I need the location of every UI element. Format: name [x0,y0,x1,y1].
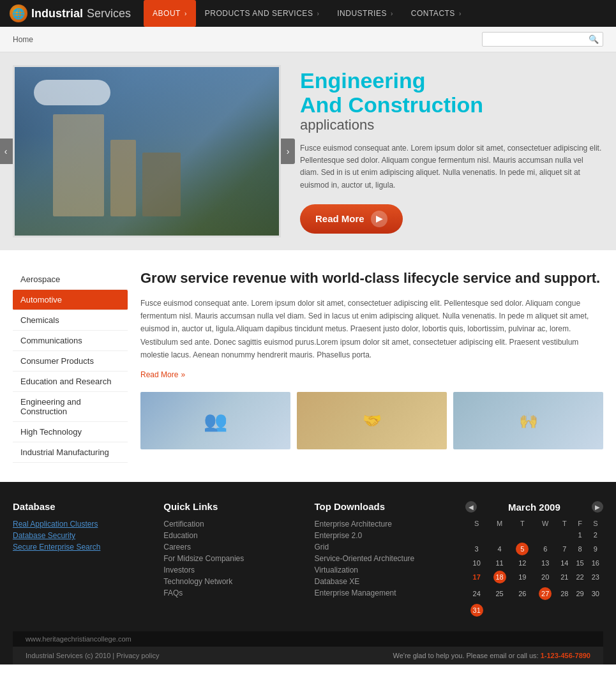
nav-industries[interactable]: INDUSTRIES › [328,0,402,27]
footer-dl-3[interactable]: Grid [315,543,453,552]
search-box: 🔍 [482,32,603,47]
footer-db-link-2[interactable]: Database Security [13,531,151,540]
calendar-day[interactable]: 19 [511,569,534,585]
calendar-day[interactable]: 25 [488,585,511,602]
calendar-day[interactable]: 17 [465,569,488,585]
slider-prev-button[interactable]: ‹ [0,139,13,164]
calendar-day[interactable]: 21 [557,569,572,585]
footer: Database Real Application Clusters Datab… [0,482,616,664]
footer-ql-4[interactable]: For Midsize Companies [163,554,301,563]
calendar-header: ◀ March 2009 ▶ [465,501,603,513]
cal-day-t1: T [511,518,534,529]
calendar-day[interactable]: 31 [465,602,488,619]
calendar-day [511,529,534,541]
footer-ql-2[interactable]: Education [163,531,301,540]
calendar-day[interactable]: 5 [511,541,534,557]
calendar-day[interactable]: 12 [511,557,534,569]
content-image-2 [297,392,447,449]
content-images [140,392,603,449]
cal-day-m: M [488,518,511,529]
footer-help-text: We're glad to help you. Please email or … [393,652,591,659]
calendar-day[interactable]: 20 [534,569,557,585]
calendar-day[interactable]: 11 [488,557,511,569]
content-read-more-link[interactable]: Read More » [140,370,185,379]
footer-dl-1[interactable]: Enterprise Architecture [315,520,453,529]
footer-dl-5[interactable]: Virtualization [315,566,453,574]
content-heading: Grow service revenue with world-class li… [140,269,603,288]
calendar-prev-button[interactable]: ◀ [465,501,477,513]
calendar-day[interactable]: 26 [511,585,534,602]
calendar-day[interactable]: 1 [572,529,587,541]
nav-contacts[interactable]: CONTACTS › [402,0,470,27]
sidebar-item-engineering[interactable]: Engineering and Construction [13,392,128,422]
nav-products[interactable]: PRODUCTS AND SERVICES › [196,0,329,27]
footer-db-link-1[interactable]: Real Application Clusters [13,520,151,529]
footer-ql-3[interactable]: Careers [163,543,301,552]
calendar-next-button[interactable]: ▶ [592,501,603,513]
calendar-day [534,529,557,541]
slider-image [13,65,281,237]
calendar-day [465,529,488,541]
main-nav: ABOUT › PRODUCTS AND SERVICES › INDUSTRI… [144,0,606,27]
logo-bold: Industrial [31,7,83,20]
cal-day-s1: S [465,518,488,529]
calendar-day[interactable]: 7 [557,541,572,557]
calendar-day[interactable]: 30 [588,585,603,602]
nav-contacts-arrow: › [459,10,462,17]
calendar-table: S M T W T F S 12345678910111213141516171… [465,518,603,619]
breadcrumb-home[interactable]: Home [13,35,33,44]
footer-db-link-3[interactable]: Secure Enterprise Search [13,543,151,552]
calendar-day[interactable]: 28 [557,585,572,602]
footer-ql-5[interactable]: Investors [163,566,301,574]
calendar-day [511,602,534,619]
calendar-day[interactable]: 23 [588,569,603,585]
hero-read-more-button[interactable]: Read More ▶ [300,204,403,234]
calendar-day[interactable]: 15 [572,557,587,569]
sidebar-item-consumer-products[interactable]: Consumer Products [13,351,128,372]
calendar-day[interactable]: 24 [465,585,488,602]
nav-about[interactable]: ABOUT › [144,0,196,27]
slider: ‹ › [13,65,281,237]
calendar-day[interactable]: 3 [465,541,488,557]
search-input[interactable] [483,33,585,46]
footer-ql-7[interactable]: FAQs [163,589,301,597]
calendar-day[interactable]: 14 [557,557,572,569]
hero-section: ‹ › Engineering And Construction applica… [0,52,616,250]
footer-ql-6[interactable]: Technology Network [163,577,301,586]
footer-dl-4[interactable]: Service-Oriented Architecture [315,554,453,563]
sidebar-item-chemicals[interactable]: Chemicals [13,310,128,331]
slider-next-button[interactable]: › [281,139,295,164]
footer-quicklinks-title: Quick Links [163,501,301,512]
calendar-day[interactable]: 10 [465,557,488,569]
content-area: Grow service revenue with world-class li… [140,269,603,463]
footer-dl-6[interactable]: Database XE [315,577,453,586]
hero-title-line2: And Construction [300,93,603,117]
sidebar-item-communications[interactable]: Communications [13,331,128,351]
sidebar-item-education[interactable]: Education and Research [13,372,128,392]
hero-description: Fusce euismod consequat ante. Lorem ipsu… [300,142,603,191]
calendar-day[interactable]: 16 [588,557,603,569]
sidebar-item-industrial[interactable]: Industrial Manufacturing [13,442,128,463]
calendar-day[interactable]: 13 [534,557,557,569]
sidebar-item-high-tech[interactable]: High Technology [13,422,128,442]
calendar-day[interactable]: 27 [534,585,557,602]
calendar-day[interactable]: 8 [572,541,587,557]
nav-about-arrow: › [184,10,187,17]
calendar-day[interactable]: 2 [588,529,603,541]
breadcrumb-bar: Home 🔍 [0,27,616,52]
calendar-day[interactable]: 4 [488,541,511,557]
calendar-day[interactable]: 9 [588,541,603,557]
content-body: Fusce euismod consequat ante. Lorem ipsu… [140,297,603,362]
calendar-day[interactable]: 29 [572,585,587,602]
footer-dl-7[interactable]: Enterprise Management [315,589,453,597]
sidebar-item-automotive[interactable]: Automotive [13,290,128,310]
calendar-day[interactable]: 6 [534,541,557,557]
calendar-day[interactable]: 18 [488,569,511,585]
footer-ql-1[interactable]: Certification [163,520,301,529]
search-button[interactable]: 🔍 [585,33,603,46]
logo[interactable]: 🌐 IndustrialServices [10,4,131,22]
calendar-day[interactable]: 22 [572,569,587,585]
main-content: Aerospace Automotive Chemicals Communica… [0,250,616,482]
sidebar-item-aerospace[interactable]: Aerospace [13,269,128,290]
footer-dl-2[interactable]: Enterprise 2.0 [315,531,453,540]
